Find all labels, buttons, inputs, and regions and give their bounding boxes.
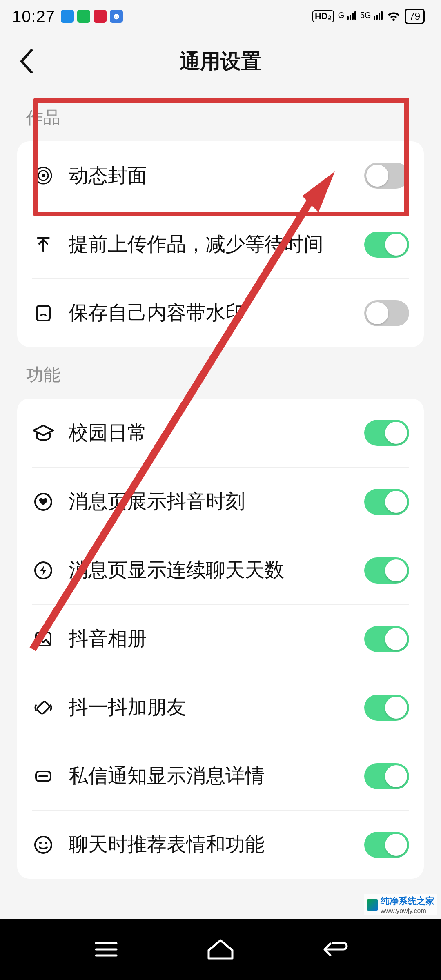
row-label: 抖音相册 xyxy=(69,626,350,651)
row-chat-days[interactable]: 消息页显示连续聊天天数 xyxy=(32,536,409,604)
target-icon xyxy=(32,164,55,187)
row-dynamic-cover[interactable]: 动态封面 xyxy=(32,141,409,210)
section-label-works: 作品 xyxy=(0,90,441,141)
graduation-cap-icon xyxy=(32,421,55,444)
app-icon xyxy=(77,10,90,23)
row-label: 消息页显示连续聊天天数 xyxy=(69,557,350,583)
row-label: 消息页展示抖音时刻 xyxy=(69,489,350,514)
features-card: 校园日常 消息页展示抖音时刻 消息页显示连续聊天天数 抖音相册 xyxy=(17,399,424,879)
svg-point-2 xyxy=(42,174,45,177)
row-label: 动态封面 xyxy=(69,163,350,188)
row-douyin-album[interactable]: 抖音相册 xyxy=(32,604,409,673)
toggle-campus-daily[interactable] xyxy=(364,420,409,446)
nav-recent-button[interactable] xyxy=(88,937,125,962)
toggle-dm-detail[interactable] xyxy=(364,763,409,789)
shake-icon xyxy=(32,696,55,719)
section-label-features: 功能 xyxy=(0,347,441,399)
row-shake-friend[interactable]: 抖一抖加朋友 xyxy=(32,673,409,742)
svg-point-12 xyxy=(39,842,42,844)
toggle-douyin-moments[interactable] xyxy=(364,489,409,515)
wifi-icon xyxy=(387,11,401,22)
toggle-chat-emoji-rec[interactable] xyxy=(364,832,409,858)
watermark-logo-icon xyxy=(367,899,378,911)
app-icon: ☻ xyxy=(110,10,123,23)
toggle-dynamic-cover[interactable] xyxy=(364,163,409,189)
toggle-preupload[interactable] xyxy=(364,232,409,258)
row-douyin-moments[interactable]: 消息页展示抖音时刻 xyxy=(32,467,409,536)
status-app-icons: ☻ xyxy=(61,10,123,23)
watermark-url: www.yowjy.com xyxy=(381,907,434,915)
svg-point-11 xyxy=(35,837,51,853)
battery-indicator: 79 xyxy=(405,9,425,24)
watermark-text: 纯净系统之家 xyxy=(381,895,434,907)
page-header: 通用设置 xyxy=(0,33,441,90)
svg-rect-3 xyxy=(37,306,50,321)
svg-point-7 xyxy=(39,635,42,639)
hd-badge: HD₂ xyxy=(312,10,334,22)
back-button[interactable] xyxy=(12,47,41,76)
photo-icon xyxy=(32,628,55,650)
row-label: 抖一抖加朋友 xyxy=(69,695,350,720)
lightning-circle-icon xyxy=(32,559,55,582)
row-preupload[interactable]: 提前上传作品，减少等待时间 xyxy=(32,210,409,278)
row-dm-detail[interactable]: 私信通知显示消息详情 xyxy=(32,742,409,810)
watermark: 纯净系统之家 www.yowjy.com xyxy=(364,894,437,915)
works-card: 动态封面 提前上传作品，减少等待时间 保存自己内容带水印 xyxy=(17,141,424,347)
row-label: 校园日常 xyxy=(69,420,350,445)
svg-rect-8 xyxy=(36,701,50,715)
page-icon xyxy=(32,302,55,325)
row-label: 提前上传作品，减少等待时间 xyxy=(69,232,350,257)
message-detail-icon xyxy=(32,765,55,788)
toggle-shake-friend[interactable] xyxy=(364,695,409,721)
row-label: 聊天时推荐表情和功能 xyxy=(69,832,350,857)
system-nav-bar xyxy=(0,919,441,980)
row-label: 保存自己内容带水印 xyxy=(69,300,350,325)
page-title: 通用设置 xyxy=(16,48,425,75)
row-chat-emoji-rec[interactable]: 聊天时推荐表情和功能 xyxy=(32,810,409,879)
signal-2: 5G xyxy=(360,11,383,22)
app-icon xyxy=(61,10,74,23)
toggle-save-watermark[interactable] xyxy=(364,300,409,326)
svg-point-13 xyxy=(45,842,47,844)
heart-circle-icon xyxy=(32,490,55,513)
toggle-douyin-album[interactable] xyxy=(364,626,409,652)
smiley-icon xyxy=(32,833,55,856)
row-label: 私信通知显示消息详情 xyxy=(69,763,350,788)
status-time: 10:27 xyxy=(12,7,55,26)
status-bar: 10:27 ☻ HD₂ G 5G 79 xyxy=(0,0,441,33)
app-icon xyxy=(94,10,107,23)
row-save-watermark[interactable]: 保存自己内容带水印 xyxy=(32,278,409,347)
nav-home-button[interactable] xyxy=(202,937,239,962)
toggle-chat-days[interactable] xyxy=(364,557,409,584)
upload-icon xyxy=(32,233,55,256)
signal-1: G xyxy=(338,11,356,22)
row-campus-daily[interactable]: 校园日常 xyxy=(32,399,409,467)
nav-back-button[interactable] xyxy=(316,937,353,962)
